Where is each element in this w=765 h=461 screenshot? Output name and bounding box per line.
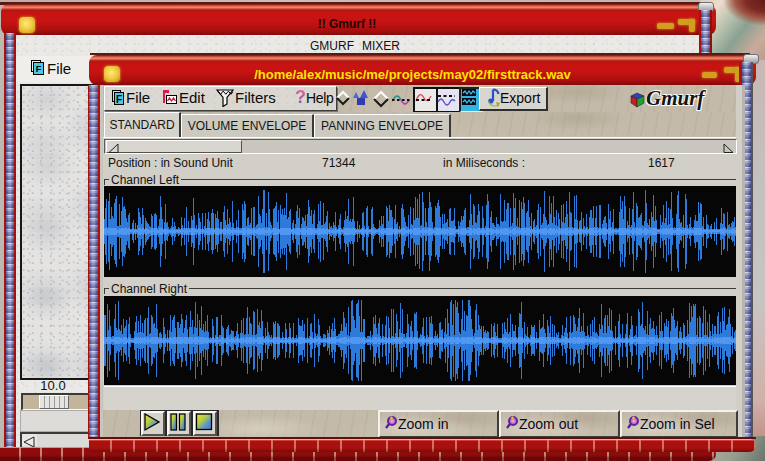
svg-text:F: F bbox=[116, 94, 122, 105]
svg-text:F: F bbox=[36, 64, 42, 74]
